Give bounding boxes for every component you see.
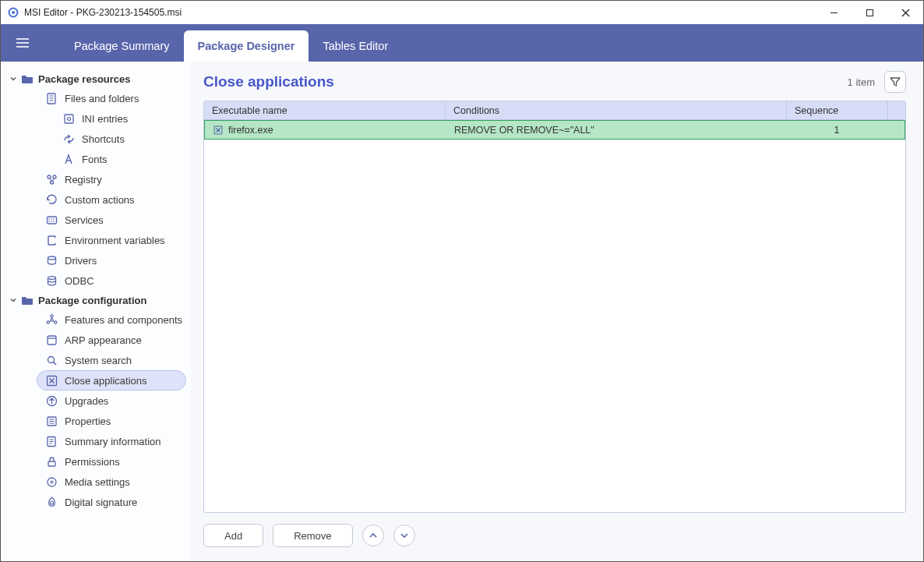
- header-executable[interactable]: Executable name: [204, 101, 446, 119]
- sidebar-item-label: Close applications: [65, 375, 147, 387]
- sidebar-item[interactable]: Shortcuts: [1, 129, 186, 149]
- svg-line-35: [52, 320, 54, 321]
- svg-point-53: [48, 478, 56, 486]
- sidebar-item[interactable]: Upgrades: [1, 391, 186, 411]
- sidebar-item[interactable]: Files and folders: [1, 88, 186, 108]
- sidebar-item[interactable]: System search: [1, 350, 186, 370]
- sidebar-item[interactable]: Custom actions: [1, 189, 186, 210]
- drivers-icon: [44, 253, 58, 267]
- folder-icon: [21, 72, 34, 85]
- svg-line-18: [50, 178, 51, 181]
- services-icon: [44, 213, 58, 227]
- nav-tabs: Package SummaryPackage DesignerTables Ed…: [60, 24, 402, 62]
- svg-point-21: [48, 218, 50, 220]
- footer-toolbar: Add Remove: [203, 524, 906, 547]
- upgrades-icon: [44, 394, 58, 408]
- svg-point-15: [48, 175, 51, 178]
- sidebar-item-label: Services: [65, 214, 104, 226]
- media-icon: [44, 475, 58, 489]
- app-window: MSI Editor - PKG-230213-154505.msi Packa…: [0, 0, 924, 562]
- sidebar-item[interactable]: Fonts: [1, 149, 186, 169]
- svg-point-25: [51, 221, 52, 222]
- menu-button[interactable]: [5, 24, 40, 62]
- cell-sequence[interactable]: 1: [786, 125, 887, 136]
- sidebar-item[interactable]: Media settings: [1, 472, 186, 492]
- close-app-icon: [213, 125, 224, 136]
- tree-group-label: Package configuration: [38, 295, 146, 306]
- cell-executable[interactable]: firefox.exe: [205, 125, 446, 136]
- data-grid: Executable name Conditions Sequence fire…: [203, 101, 906, 513]
- chevron-down-icon[interactable]: [7, 72, 19, 85]
- svg-point-30: [50, 314, 52, 316]
- svg-rect-52: [48, 461, 55, 466]
- item-count: 1 item: [848, 76, 875, 88]
- sidebar-item-label: Permissions: [65, 456, 120, 468]
- cell-executable-text: firefox.exe: [228, 125, 273, 136]
- svg-point-14: [67, 117, 70, 120]
- svg-point-29: [50, 318, 52, 320]
- sidebar-item[interactable]: Features and components: [1, 309, 186, 330]
- sidebar-item[interactable]: Services: [1, 210, 186, 230]
- add-button[interactable]: Add: [203, 524, 263, 547]
- sidebar-item-label: Media settings: [65, 476, 130, 488]
- sidebar-item[interactable]: Properties: [1, 411, 186, 431]
- sidebar-item-label: Digital signature: [65, 497, 137, 508]
- sidebar-item[interactable]: Digital signature: [1, 492, 186, 512]
- cell-conditions[interactable]: REMOVE OR REMOVE~="ALL": [446, 125, 786, 136]
- sidebar-item[interactable]: ARP appearance: [1, 330, 186, 350]
- sidebar-item[interactable]: Registry: [1, 169, 186, 189]
- svg-point-1: [12, 11, 15, 14]
- maximize-button[interactable]: [852, 1, 887, 24]
- chevron-down-icon[interactable]: [7, 294, 19, 306]
- odbc-icon: [44, 274, 58, 288]
- sidebar-item-label: Custom actions: [65, 194, 135, 206]
- sidebar-item[interactable]: Close applications: [37, 370, 186, 391]
- header-trailing: [888, 101, 905, 119]
- signature-icon: [44, 495, 58, 509]
- svg-point-22: [51, 218, 52, 220]
- registry-icon: [44, 172, 58, 186]
- sidebar-item-label: Registry: [65, 174, 102, 186]
- remove-button[interactable]: Remove: [273, 524, 352, 547]
- body: Package resourcesFiles and foldersINI en…: [1, 62, 923, 561]
- properties-icon: [44, 414, 58, 428]
- sidebar-item[interactable]: Drivers: [1, 250, 186, 270]
- tree-group-header[interactable]: Package resources: [1, 69, 191, 88]
- sidebar-item-label: INI entries: [82, 113, 128, 125]
- permissions-icon: [44, 454, 58, 468]
- sidebar-item-label: Shortcuts: [82, 133, 125, 145]
- svg-point-17: [50, 181, 53, 184]
- svg-point-54: [51, 481, 53, 483]
- features-icon: [44, 313, 58, 327]
- table-row[interactable]: firefox.exeREMOVE OR REMOVE~="ALL"1: [204, 120, 905, 140]
- sidebar-item[interactable]: Permissions: [1, 451, 186, 472]
- nav-tab[interactable]: Package Designer: [184, 30, 309, 62]
- sidebar-item[interactable]: Environment variables: [1, 230, 186, 250]
- filter-button[interactable]: [884, 71, 906, 93]
- svg-point-27: [48, 256, 55, 260]
- header-sequence[interactable]: Sequence: [787, 101, 888, 119]
- ribbon: Package SummaryPackage DesignerTables Ed…: [1, 24, 923, 62]
- svg-line-39: [53, 362, 56, 365]
- minimize-button[interactable]: [816, 1, 852, 24]
- sidebar-item[interactable]: ODBC: [1, 270, 186, 291]
- sidebar-item-label: ODBC: [65, 275, 94, 287]
- sidebar-item[interactable]: Summary information: [1, 431, 186, 451]
- svg-rect-20: [47, 217, 56, 224]
- close-button[interactable]: [887, 1, 923, 24]
- header-conditions[interactable]: Conditions: [446, 101, 787, 119]
- tree-group-header[interactable]: Package configuration: [1, 291, 191, 309]
- svg-rect-13: [65, 115, 73, 123]
- svg-point-24: [48, 221, 50, 222]
- sidebar-item[interactable]: INI entries: [1, 108, 186, 129]
- move-up-button[interactable]: [362, 525, 384, 546]
- sidebar-item-label: Fonts: [82, 154, 108, 165]
- nav-tab[interactable]: Package Summary: [60, 30, 184, 62]
- nav-tab[interactable]: Tables Editor: [309, 30, 402, 62]
- move-down-button[interactable]: [393, 525, 415, 546]
- titlebar: MSI Editor - PKG-230213-154505.msi: [1, 1, 923, 24]
- window-title: MSI Editor - PKG-230213-154505.msi: [24, 7, 182, 18]
- grid-body[interactable]: firefox.exeREMOVE OR REMOVE~="ALL"1: [204, 120, 905, 512]
- svg-rect-36: [48, 336, 56, 345]
- ini-icon: [62, 111, 76, 125]
